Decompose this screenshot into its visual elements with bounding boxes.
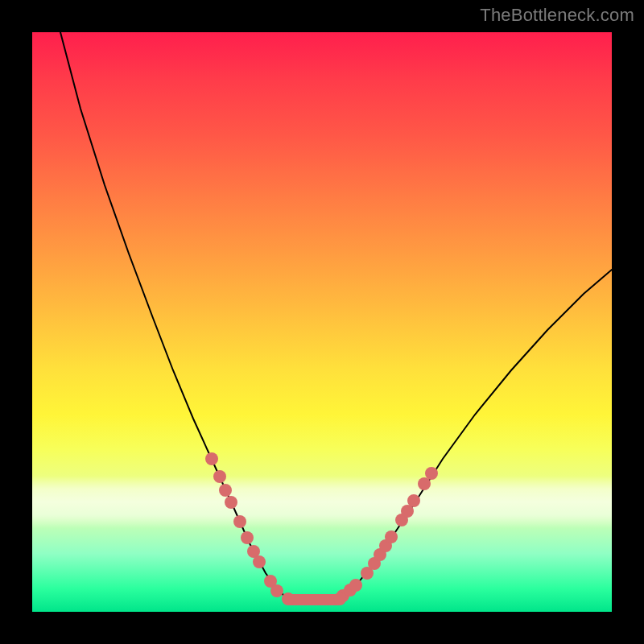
- curve-left-branch: [60, 32, 290, 600]
- data-marker: [282, 592, 295, 605]
- markers-left: [205, 452, 283, 597]
- data-marker: [270, 584, 283, 597]
- markers-right: [336, 467, 438, 602]
- data-marker: [213, 470, 226, 483]
- data-marker: [241, 531, 254, 544]
- data-marker: [349, 579, 362, 592]
- plot-area: [32, 32, 612, 612]
- data-marker: [219, 484, 232, 497]
- chart-frame: TheBottleneck.com: [0, 0, 644, 644]
- data-marker: [425, 467, 438, 480]
- data-marker: [205, 452, 218, 465]
- data-marker: [225, 496, 237, 509]
- data-marker: [385, 530, 398, 543]
- data-marker: [418, 477, 431, 490]
- data-marker: [253, 555, 266, 568]
- data-marker: [233, 515, 246, 528]
- chart-svg: [32, 32, 612, 612]
- data-marker: [407, 494, 420, 507]
- data-marker: [333, 592, 346, 605]
- attribution-text: TheBottleneck.com: [480, 5, 634, 26]
